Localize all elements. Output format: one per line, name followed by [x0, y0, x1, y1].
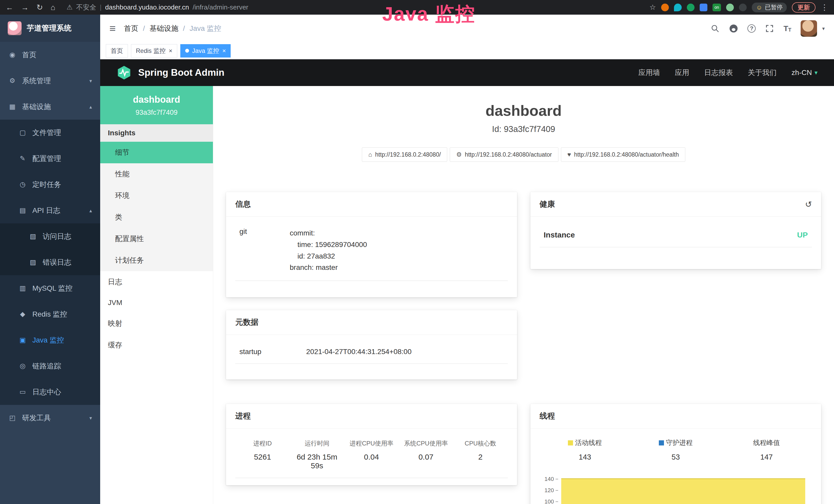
instance-links: ⌂ http://192.168.0.2:48080/ ⚙ http://192… — [226, 147, 821, 162]
sidebar-item-error-logs[interactable]: ▨ 错误日志 — [0, 249, 100, 275]
legend-value: 53 — [630, 453, 721, 461]
fullscreen-icon[interactable] — [765, 24, 774, 33]
hamburger-icon[interactable]: ≡ — [109, 22, 116, 35]
sba-item-jvm[interactable]: JVM — [100, 293, 213, 313]
sba-nav-about[interactable]: 关于我们 — [748, 68, 777, 77]
active-threads-swatch — [568, 440, 573, 445]
tab-label: Java 监控 — [192, 47, 219, 55]
sba-item-metrics[interactable]: 性能 — [100, 163, 213, 185]
sba-item-classes[interactable]: 类 — [100, 206, 213, 228]
home-icon: ⌂ — [368, 151, 372, 158]
sidebar-item-infrastructure[interactable]: ▦ 基础设施 ▴ — [0, 94, 100, 120]
sidebar-item-api-logs[interactable]: ▤ API 日志 ▴ — [0, 198, 100, 223]
sidebar-item-log-center[interactable]: ▭ 日志中心 — [0, 379, 100, 405]
bookmark-star-icon[interactable]: ☆ — [650, 3, 656, 12]
close-icon[interactable]: × — [169, 48, 172, 54]
extension-icon[interactable] — [687, 4, 695, 11]
devtools-icon: ◰ — [8, 414, 17, 422]
instance-id: 93a3fc7f7409 — [103, 109, 211, 117]
tab-home[interactable]: 首页 — [106, 44, 128, 58]
sidebar-item-system[interactable]: ⚙ 系统管理 ▾ — [0, 68, 100, 94]
sba-nav-applications[interactable]: 应用 — [675, 68, 689, 77]
sba-item-configprops[interactable]: 配置属性 — [100, 228, 213, 250]
sidebar-item-label: 首页 — [22, 50, 37, 60]
card-title: 健康 — [540, 199, 555, 209]
health-url-button[interactable]: ♥ http://192.168.0.2:48080/actuator/heal… — [561, 147, 685, 162]
sba-item-logs[interactable]: 日志 — [100, 271, 213, 293]
github-icon[interactable] — [729, 24, 738, 33]
user-avatar[interactable] — [800, 20, 817, 37]
sidebar-item-devtools[interactable]: ◰ 研发工具 ▾ — [0, 405, 100, 431]
tags-view: 首页 Redis 监控 × Java 监控 × — [100, 42, 834, 59]
sidebar-item-access-logs[interactable]: ▧ 访问日志 — [0, 223, 100, 249]
breadcrumb-section[interactable]: 基础设施 — [150, 24, 178, 33]
instance-header[interactable]: dashboard 93a3fc7f7409 — [100, 86, 213, 124]
sba-item-caches[interactable]: 缓存 — [100, 334, 213, 356]
sidebar-item-scheduled-tasks[interactable]: ◷ 定时任务 — [0, 171, 100, 198]
sidebar-item-tracing[interactable]: ◎ 链路追踪 — [0, 353, 100, 379]
extension-icon[interactable] — [739, 4, 747, 11]
actuator-url-button[interactable]: ⚙ http://192.168.0.2:48080/actuator — [450, 147, 558, 162]
extension-icon[interactable] — [674, 4, 682, 11]
chevron-up-icon: ▴ — [89, 207, 92, 214]
tab-redis-monitor[interactable]: Redis 监控 × — [131, 44, 177, 58]
breadcrumb-home[interactable]: 首页 — [124, 24, 138, 33]
health-card: 健康 ↺ Instance UP — [530, 192, 821, 269]
extension-icon[interactable] — [700, 4, 707, 11]
active-dot — [185, 49, 189, 53]
health-heart-icon: ♥ — [567, 151, 571, 158]
sidebar-item-mysql-monitor[interactable]: ▥ MySQL 监控 — [0, 275, 100, 301]
app-logo-row[interactable]: 芋道管理系统 — [0, 15, 100, 42]
sidebar-item-label: 配置管理 — [32, 154, 61, 164]
sba-item-environment[interactable]: 环境 — [100, 185, 213, 206]
forward-icon[interactable]: → — [21, 3, 29, 12]
sba-item-scheduledtasks[interactable]: 计划任务 — [100, 250, 213, 271]
y-tick: 140 — [545, 476, 558, 482]
legend-label: 线程峰值 — [753, 438, 780, 447]
sba-item-details[interactable]: 细节 — [100, 142, 213, 163]
sba-nav-wallboard[interactable]: 应用墙 — [639, 68, 660, 77]
sidebar-item-redis-monitor[interactable]: ◆ Redis 监控 — [0, 301, 100, 327]
help-icon[interactable]: ? — [747, 24, 756, 32]
legend-value: 147 — [721, 453, 812, 461]
update-button[interactable]: 更新 — [792, 2, 815, 13]
search-icon[interactable] — [710, 24, 720, 33]
breadcrumb-separator: / — [143, 24, 145, 32]
history-icon[interactable]: ↺ — [805, 200, 812, 209]
reload-icon[interactable]: ↻ — [37, 3, 43, 12]
browser-menu-icon[interactable]: ⋮ — [821, 3, 828, 12]
browser-actions: ☆ on ☺ 已暂停 更新 ⋮ — [650, 2, 828, 13]
sba-item-mappings[interactable]: 映射 — [100, 313, 213, 334]
sidebar-item-label: 链路追踪 — [32, 361, 61, 371]
service-url-button[interactable]: ⌂ http://192.168.0.2:48080/ — [362, 147, 447, 162]
locale-value: zh-CN — [792, 69, 812, 77]
back-icon[interactable]: ← — [6, 3, 13, 12]
font-size-icon[interactable]: TT — [784, 24, 791, 33]
sidebar-item-label: Java 监控 — [32, 335, 64, 345]
sidebar-item-file-management[interactable]: ▢ 文件管理 — [0, 120, 100, 145]
tracing-icon: ◎ — [19, 362, 27, 370]
breadcrumb-current: Java 监控 — [190, 24, 221, 33]
dashboard-icon: ◉ — [8, 51, 17, 59]
sidebar-item-java-monitor[interactable]: ▣ Java 监控 — [0, 327, 100, 353]
emoji-face-icon: ☺ — [756, 4, 762, 11]
annotation-java-monitor: Java 监控 — [382, 1, 476, 27]
paused-badge[interactable]: ☺ 已暂停 — [752, 3, 787, 12]
address-bar[interactable]: ⚠ 不安全 | dashboard.yudao.iocoder.cn/infra… — [67, 3, 642, 12]
close-icon[interactable]: × — [222, 48, 226, 54]
extension-icon[interactable] — [726, 4, 734, 11]
access-log-icon: ▧ — [29, 232, 37, 240]
browser-home-icon[interactable]: ⌂ — [50, 3, 55, 12]
metric-label: CPU核心数 — [453, 439, 507, 448]
instance-name: dashboard — [103, 94, 211, 105]
sidebar-item-config-management[interactable]: ✎ 配置管理 — [0, 145, 100, 171]
extension-on-badge[interactable]: on — [712, 4, 721, 11]
sidebar-item-home[interactable]: ◉ 首页 — [0, 42, 100, 68]
extension-icon[interactable] — [661, 4, 669, 11]
git-id-line: id: 27aa832 — [290, 251, 367, 262]
info-value: commit: time: 1596289704000 id: 27aa832 … — [290, 228, 367, 273]
locale-select[interactable]: zh-CN ▾ — [792, 69, 817, 77]
page-subtitle: Id: 93a3fc7f7409 — [226, 124, 821, 134]
tab-java-monitor[interactable]: Java 监控 × — [180, 44, 231, 58]
sba-nav-journal[interactable]: 日志报表 — [704, 68, 733, 77]
